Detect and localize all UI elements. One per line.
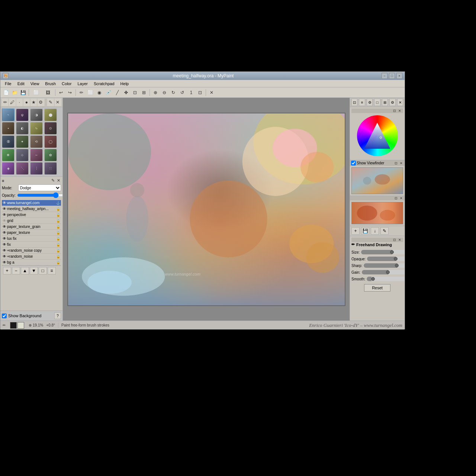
layer-panel-edit[interactable]: ✎ (51, 178, 55, 183)
layer-item-9[interactable]: 👁 +random_noise 🔒 (2, 254, 61, 260)
layer-item-6[interactable]: 👁 lux fix 🔒 (2, 236, 61, 242)
layer-eye-0[interactable]: 👁 (3, 201, 6, 205)
layer-eye-1[interactable]: 👁 (3, 207, 6, 211)
line-tool[interactable]: ╱ (113, 89, 121, 97)
brush-10[interactable]: ✦ (16, 135, 29, 148)
layer-item-3[interactable]: 👁 grid 🔒 (2, 218, 61, 224)
scratchpad-edit-btn[interactable]: ✎ (380, 227, 389, 235)
minimize-button[interactable]: − (382, 73, 387, 79)
brush-6[interactable]: ◐ (16, 122, 29, 135)
eyedropper-tool[interactable]: 💉 (104, 89, 112, 97)
import-btn[interactable]: 🖼 (42, 89, 54, 97)
layer-eye-4[interactable]: 👁 (3, 225, 6, 229)
reset-button[interactable]: Reset (364, 284, 390, 292)
scratchpad-thumbnail[interactable] (351, 202, 403, 224)
brush-14[interactable]: ⊹ (16, 149, 29, 161)
brush-edit[interactable]: ✎ (47, 99, 54, 106)
canvas-area[interactable]: www.turnangel.com (63, 98, 350, 321)
layer-item-7[interactable]: 👁 fix 🔒 (2, 242, 61, 248)
brush-1[interactable]: ~ (2, 109, 15, 121)
menu-edit[interactable]: Edit (15, 81, 28, 87)
rp-close-btn[interactable]: ✕ (397, 99, 403, 106)
scratchpad-expand[interactable]: ⊡ (394, 196, 398, 200)
layer-panel-close[interactable]: ✕ (56, 178, 61, 183)
opacity-slider[interactable] (17, 193, 62, 198)
layer-eye-7[interactable]: 👁 (3, 242, 6, 247)
fill-tool[interactable]: ◉ (95, 89, 103, 97)
layer-menu-btn[interactable]: ≡ (48, 267, 56, 274)
menu-scratchpad[interactable]: Scratchpad (91, 81, 118, 87)
color-wheel-close[interactable]: ✕ (398, 109, 402, 113)
zoom-out-btn[interactable]: ⊖ (160, 89, 168, 97)
brush-15[interactable]: ∼ (30, 149, 43, 161)
fullscreen-btn[interactable]: ⊡ (196, 89, 204, 97)
color-wheel-expand[interactable]: ⊡ (392, 109, 397, 113)
rotate-tool[interactable]: ⊡ (131, 89, 139, 97)
brush-19[interactable]: ⋮ (30, 162, 43, 175)
rp-btn-4[interactable]: □ (374, 99, 380, 106)
brush-12[interactable]: ◯ (44, 135, 57, 148)
rp-settings-btn[interactable]: ⚙ (389, 99, 395, 106)
foreground-color-swatch[interactable] (10, 322, 17, 329)
menu-layer[interactable]: Layer (74, 81, 91, 87)
show-bg-info-btn[interactable]: ? (54, 312, 61, 319)
rp-btn-2[interactable]: ≡ (359, 99, 365, 106)
layer-eye-8[interactable]: 👁 (3, 248, 6, 253)
redo-btn[interactable]: ↪ (66, 89, 74, 97)
brush-size-small[interactable]: · (16, 99, 23, 106)
brush-close[interactable]: ✕ (55, 99, 61, 106)
zoom-in-btn[interactable]: ⊕ (151, 89, 160, 97)
export-btn[interactable]: ⬜ (30, 89, 42, 97)
mode-select[interactable]: Dodge Normal Multiply Screen (18, 184, 61, 191)
open-file-btn[interactable]: 📁 (10, 89, 19, 97)
brush-16[interactable]: ✿ (44, 149, 57, 161)
brush-11[interactable]: ⟲ (30, 135, 43, 148)
brush-18[interactable]: ⋱ (16, 162, 29, 175)
menu-view[interactable]: View (28, 81, 42, 87)
menu-file[interactable]: File (2, 81, 15, 87)
layer-eye-10[interactable]: 👁 (3, 260, 6, 264)
window-icon-btn[interactable]: 🎨 (3, 73, 9, 79)
scratchpad-close[interactable]: ✕ (399, 196, 403, 200)
color-wheel-container[interactable] (351, 113, 403, 158)
scratchpad-save-btn[interactable]: 💾 (361, 227, 369, 235)
rotate-cw-btn[interactable]: ↻ (169, 89, 177, 97)
layer-item-4[interactable]: 👁 paper_texture_grain 🔒 (2, 224, 61, 230)
maximize-button[interactable]: □ (389, 73, 395, 79)
show-background-checkbox[interactable] (2, 313, 7, 318)
menu-brush[interactable]: Brush (42, 81, 59, 87)
layer-add-btn[interactable]: + (3, 267, 11, 274)
layer-down-btn[interactable]: ▼ (30, 267, 38, 274)
freehand-opaque-slider[interactable] (367, 257, 405, 261)
new-file-btn[interactable]: 📄 (2, 89, 10, 97)
layer-item-0[interactable]: 👁 www.turnangel.com ⚓ (2, 200, 61, 206)
brush-9[interactable]: ⦿ (2, 135, 15, 148)
freehand-close[interactable]: ✕ (398, 238, 402, 242)
layer-item-2[interactable]: 👁 perspective 🔒 (2, 212, 61, 218)
rp-btn-1[interactable]: ⊡ (351, 99, 357, 106)
brush-8[interactable]: ⊙ (44, 122, 57, 135)
layer-eye-9[interactable]: 👁 (3, 254, 6, 258)
layer-eye-6[interactable]: 👁 (3, 237, 6, 241)
canvas-image[interactable]: www.turnangel.com (67, 113, 345, 306)
brush-2[interactable]: ψ (16, 109, 29, 121)
brush-tool-pencil[interactable]: ✏ (2, 99, 8, 106)
layer-item-1[interactable]: 👁 meeting_halfway_artpn... 🔒 (2, 206, 61, 212)
rp-btn-3[interactable]: ⚙ (367, 99, 373, 106)
layer-merge-btn[interactable]: □ (39, 267, 47, 274)
layer-eye-3[interactable]: 👁 (3, 219, 6, 223)
pan-tool[interactable]: ⊞ (140, 89, 148, 97)
close-tool[interactable]: ✕ (208, 89, 216, 97)
brush-3[interactable]: ◑ (30, 109, 43, 121)
viewfinder-close[interactable]: ✕ (399, 161, 403, 165)
brush-fav[interactable]: ★ (30, 99, 37, 106)
viewfinder-checkbox[interactable] (351, 161, 356, 165)
background-color-swatch[interactable] (17, 322, 24, 329)
menu-help[interactable]: Help (118, 81, 132, 87)
freehand-gain-slider[interactable] (362, 270, 405, 274)
freehand-expand[interactable]: ⊡ (392, 238, 397, 242)
layer-item-5[interactable]: 👁 paper_texture 🔒 (2, 230, 61, 236)
freehand-smooth-slider[interactable] (367, 277, 405, 281)
layer-item-8[interactable]: 👁 +random_noise copy 🔒 (2, 248, 61, 254)
scratchpad-add-btn[interactable]: + (351, 227, 360, 235)
